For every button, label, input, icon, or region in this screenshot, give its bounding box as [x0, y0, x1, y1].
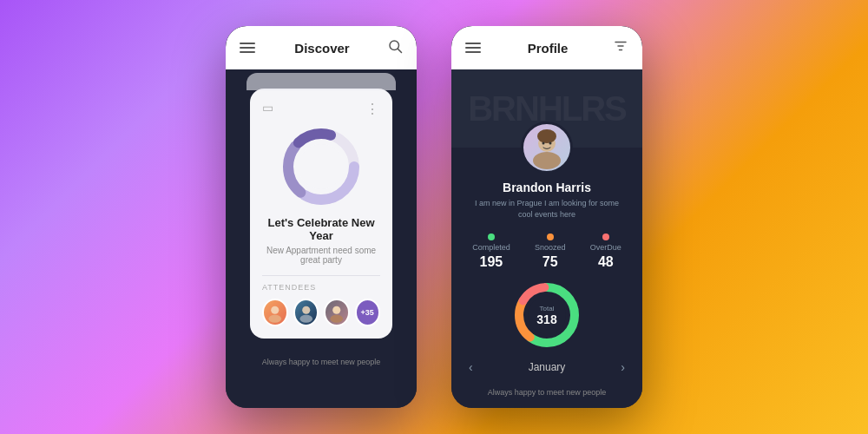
- completed-label: Completed: [472, 243, 510, 252]
- svg-point-7: [271, 306, 279, 314]
- snoozed-label: Snoozed: [535, 243, 566, 252]
- stat-overdue: OverDue 48: [590, 233, 621, 270]
- hamburger-line-1: [240, 43, 255, 44]
- right-phone-footer: Always happy to meet new people: [481, 381, 614, 404]
- donut-chart: [282, 128, 360, 206]
- total-donut-section: Total 318: [512, 280, 582, 350]
- right-phone: Profile BRNHLRS: [451, 26, 642, 408]
- filter-icon[interactable]: [613, 38, 628, 57]
- right-hamburger-icon[interactable]: [465, 39, 483, 56]
- right-phone-body: BRNHLRS Brandon Harris I am new in Pragu…: [451, 69, 642, 408]
- event-card: ▭ ⋮ Let's Celebrat: [250, 89, 392, 339]
- card-back: [247, 73, 396, 90]
- profile-bio: I am new in Prague I am looking for some…: [451, 194, 642, 223]
- svg-point-18: [537, 129, 556, 143]
- profile-avatar-wrapper: [521, 122, 573, 174]
- event-subtitle: New Appartment need some great party: [262, 246, 380, 265]
- avatar-3: [324, 299, 350, 326]
- discover-title: Discover: [294, 41, 349, 56]
- bookmark-icon[interactable]: ▭: [262, 101, 273, 117]
- svg-point-20: [549, 142, 552, 145]
- left-phone-footer: Always happy to meet new people: [226, 349, 417, 375]
- left-phone: Discover ▭ ⋮: [226, 26, 417, 408]
- month-nav: ‹ January ›: [451, 353, 642, 381]
- hamburger-line-2: [240, 47, 255, 49]
- stats-row: Completed 195 Snoozed 75 OverDue 48: [451, 223, 642, 277]
- snoozed-value: 75: [542, 254, 558, 270]
- overdue-dot: [602, 233, 609, 240]
- right-hamburger-line-1: [465, 43, 481, 44]
- stat-completed: Completed 195: [472, 233, 510, 270]
- attendees-row: +35: [262, 299, 380, 326]
- svg-point-19: [542, 142, 545, 145]
- total-text: Total: [536, 305, 556, 312]
- card-divider: [262, 275, 380, 276]
- snoozed-dot: [547, 233, 554, 240]
- next-month-button[interactable]: ›: [621, 360, 625, 374]
- avatar-1: [262, 299, 288, 326]
- completed-value: 195: [480, 254, 503, 270]
- prev-month-button[interactable]: ‹: [469, 360, 473, 374]
- right-hamburger-line-3: [465, 51, 481, 53]
- overdue-label: OverDue: [590, 243, 621, 252]
- right-hamburger-line-2: [465, 47, 481, 49]
- more-options-icon[interactable]: ⋮: [365, 101, 380, 117]
- svg-line-1: [398, 49, 401, 52]
- event-card-header: ▭ ⋮: [262, 101, 380, 117]
- event-title: Let's Celebrate New Year: [262, 216, 380, 242]
- total-label: Total 318: [536, 305, 556, 326]
- svg-point-10: [299, 315, 312, 323]
- svg-point-8: [268, 315, 281, 323]
- hamburger-icon[interactable]: [240, 39, 257, 56]
- svg-point-17: [533, 152, 561, 169]
- search-icon[interactable]: [387, 38, 403, 57]
- right-phone-header: Profile: [451, 26, 642, 69]
- left-phone-body: ▭ ⋮ Let's Celebrat: [226, 69, 417, 408]
- svg-point-9: [302, 306, 310, 314]
- svg-point-12: [330, 315, 343, 323]
- profile-name: Brandon Harris: [489, 181, 605, 194]
- month-label: January: [529, 361, 566, 373]
- stat-snoozed: Snoozed 75: [535, 233, 566, 270]
- attendees-label: ATTENDEES: [262, 283, 380, 292]
- overdue-value: 48: [598, 254, 614, 270]
- svg-point-11: [332, 306, 340, 314]
- total-value: 318: [536, 312, 556, 326]
- avatar-2: [293, 299, 319, 326]
- attendees-plus: +35: [355, 299, 381, 326]
- profile-title: Profile: [528, 41, 569, 56]
- svg-point-6: [299, 144, 344, 189]
- profile-avatar: [521, 122, 573, 174]
- left-phone-header: Discover: [226, 26, 417, 69]
- completed-dot: [488, 233, 495, 240]
- hamburger-line-3: [240, 51, 255, 53]
